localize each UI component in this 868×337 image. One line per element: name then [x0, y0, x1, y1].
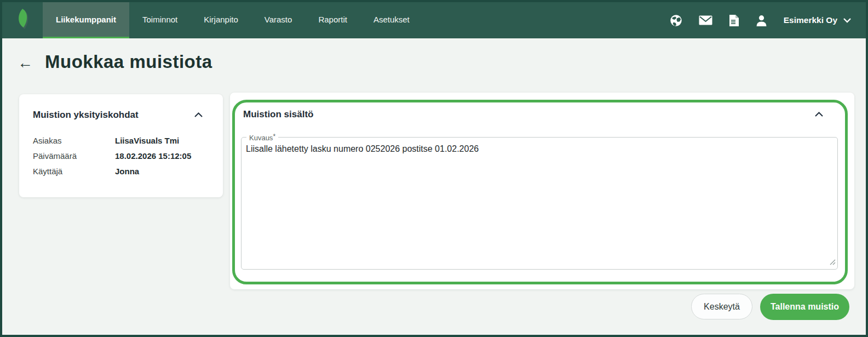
nav-item-liikekumppanit[interactable]: Liikekumppanit — [43, 2, 129, 38]
detail-value: LiisaVisuals Tmi — [115, 136, 208, 145]
detail-label: Käyttäjä — [33, 167, 115, 176]
description-field: Kuvaus* Liisalle lähetetty lasku numero … — [241, 133, 838, 270]
detail-row-paivamaara: Päivämäärä 18.02.2026 15:12:05 — [33, 151, 208, 161]
description-textarea[interactable]: Liisalle lähetetty lasku numero 0252026 … — [242, 142, 837, 264]
nav-item-asetukset[interactable]: Asetukset — [360, 2, 423, 38]
description-field-label: Kuvaus* — [246, 133, 278, 142]
required-asterisk: * — [273, 133, 275, 140]
user-icon[interactable] — [756, 15, 767, 26]
chevron-up-icon — [194, 110, 203, 120]
collapse-content-button[interactable] — [814, 110, 824, 119]
content-card-title: Muistion sisältö — [243, 109, 313, 120]
action-bar: Keskeytä Tallenna muistio — [2, 294, 866, 320]
memo-details-card: Muistion yksityiskohdat Asiakas LiisaVis… — [19, 94, 223, 197]
company-selector[interactable]: Esimerkki Oy — [784, 15, 852, 25]
nav-item-kirjanpito[interactable]: Kirjanpito — [191, 2, 251, 38]
chevron-down-icon — [843, 15, 852, 25]
memo-content-card: Muistion sisältö Kuvaus* Liisalle lähete… — [230, 93, 854, 289]
chevron-up-icon — [814, 110, 824, 119]
document-icon[interactable] — [729, 14, 739, 27]
app-logo[interactable] — [2, 2, 43, 38]
mail-icon[interactable] — [699, 15, 712, 25]
save-memo-button[interactable]: Tallenna muistio — [760, 294, 849, 320]
collapse-details-button[interactable] — [194, 110, 203, 120]
back-arrow-icon[interactable]: ← — [18, 53, 33, 71]
details-list: Asiakas LiisaVisuals Tmi Päivämäärä 18.0… — [33, 136, 208, 176]
main-content: ← Muokkaa muistiota Muistion yksityiskoh… — [2, 38, 866, 335]
resize-handle[interactable] — [830, 258, 836, 267]
cancel-button[interactable]: Keskeytä — [691, 294, 752, 319]
details-card-title: Muistion yksityiskohdat — [33, 110, 139, 121]
detail-value: Jonna — [115, 167, 208, 176]
nav-item-raportit[interactable]: Raportit — [305, 2, 360, 38]
leaf-logo-icon — [13, 8, 32, 33]
detail-row-kayttaja: Käyttäjä Jonna — [33, 167, 208, 176]
page-header: ← Muokkaa muistiota — [18, 52, 212, 72]
nav-item-varasto[interactable]: Varasto — [251, 2, 306, 38]
top-nav: Liikekumppanit Toiminnot Kirjanpito Vara… — [2, 2, 866, 38]
company-name: Esimerkki Oy — [784, 15, 837, 25]
app-window: Liikekumppanit Toiminnot Kirjanpito Vara… — [0, 0, 868, 337]
main-menu: Liikekumppanit Toiminnot Kirjanpito Vara… — [43, 2, 423, 38]
nav-item-toiminnot[interactable]: Toiminnot — [129, 2, 191, 38]
globe-icon[interactable] — [670, 14, 682, 27]
page-title: Muokkaa muistiota — [45, 52, 212, 72]
detail-label: Asiakas — [33, 136, 115, 145]
detail-label: Päivämäärä — [33, 151, 115, 161]
detail-row-asiakas: Asiakas LiisaVisuals Tmi — [33, 136, 208, 145]
detail-value: 18.02.2026 15:12:05 — [115, 151, 208, 161]
nav-utilities: Esimerkki Oy — [670, 2, 866, 38]
